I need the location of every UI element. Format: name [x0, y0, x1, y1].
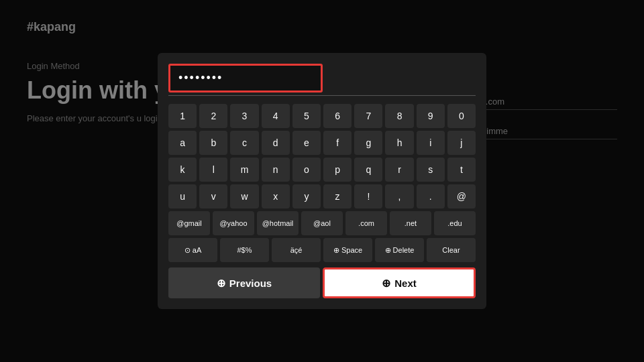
keyboard-dialog: 1 2 3 4 5 6 7 8 9 0 a b c d e f g h i j …	[158, 53, 486, 309]
key-a[interactable]: a	[168, 131, 197, 155]
key-dotcom[interactable]: .com	[345, 211, 387, 235]
key-g[interactable]: g	[354, 131, 382, 155]
previous-label: Previous	[229, 278, 272, 289]
key-d[interactable]: d	[262, 131, 290, 155]
key-f[interactable]: f	[323, 131, 352, 155]
key-h[interactable]: h	[385, 131, 413, 155]
key-p[interactable]: p	[323, 158, 352, 182]
previous-button[interactable]: ⊕ Previous	[168, 267, 320, 298]
alpha-row-1: a b c d e f g h i j	[168, 131, 476, 155]
email-row: @gmail @yahoo @hotmail @aol .com .net .e…	[168, 211, 476, 235]
key-v[interactable]: v	[199, 184, 227, 208]
key-b[interactable]: b	[199, 131, 227, 155]
key-at[interactable]: @	[447, 184, 476, 208]
key-m[interactable]: m	[230, 158, 258, 182]
key-1[interactable]: 1	[168, 104, 197, 128]
key-4[interactable]: 4	[262, 104, 290, 128]
key-symbols[interactable]: #$%	[220, 238, 269, 262]
key-i[interactable]: i	[417, 131, 445, 155]
key-6[interactable]: 6	[323, 104, 352, 128]
key-x[interactable]: x	[262, 184, 290, 208]
key-dotnet[interactable]: .net	[390, 211, 431, 235]
input-underline	[168, 95, 476, 96]
key-yahoo[interactable]: @yahoo	[213, 211, 254, 235]
key-7[interactable]: 7	[354, 104, 382, 128]
key-clear[interactable]: Clear	[427, 238, 476, 262]
keyboard-text-input[interactable]	[168, 64, 323, 93]
key-hotmail[interactable]: @hotmail	[257, 211, 299, 235]
key-aol[interactable]: @aol	[301, 211, 343, 235]
key-delete[interactable]: ⊕ Delete	[375, 238, 424, 262]
key-2[interactable]: 2	[199, 104, 227, 128]
key-3[interactable]: 3	[230, 104, 258, 128]
key-q[interactable]: q	[354, 158, 382, 182]
key-0[interactable]: 0	[447, 104, 476, 128]
nav-row: ⊕ Previous ⊕ Next	[168, 267, 476, 298]
key-z[interactable]: z	[323, 184, 352, 208]
key-c[interactable]: c	[230, 131, 258, 155]
key-l[interactable]: l	[199, 158, 227, 182]
alpha-row-2: k l m n o p q r s t	[168, 158, 476, 182]
keyboard-input-row	[168, 64, 476, 96]
key-w[interactable]: w	[230, 184, 258, 208]
key-dotedu[interactable]: .edu	[434, 211, 476, 235]
key-comma[interactable]: ,	[385, 184, 413, 208]
key-s[interactable]: s	[417, 158, 445, 182]
key-caps[interactable]: ⊙ aA	[168, 238, 217, 262]
key-t[interactable]: t	[447, 158, 476, 182]
next-label: Next	[394, 278, 417, 289]
special-row: ⊙ aA #$% äçé ⊕ Space ⊕ Delete Clear	[168, 238, 476, 262]
key-period[interactable]: .	[417, 184, 445, 208]
key-gmail[interactable]: @gmail	[168, 211, 210, 235]
key-u[interactable]: u	[168, 184, 197, 208]
key-9[interactable]: 9	[417, 104, 445, 128]
key-k[interactable]: k	[168, 158, 197, 182]
next-button[interactable]: ⊕ Next	[323, 267, 476, 298]
next-icon: ⊕	[382, 277, 390, 290]
key-r[interactable]: r	[385, 158, 413, 182]
key-accents[interactable]: äçé	[272, 238, 321, 262]
key-n[interactable]: n	[262, 158, 290, 182]
key-o[interactable]: o	[292, 158, 321, 182]
key-e[interactable]: e	[292, 131, 321, 155]
key-5[interactable]: 5	[292, 104, 321, 128]
number-row: 1 2 3 4 5 6 7 8 9 0	[168, 104, 476, 128]
key-space[interactable]: ⊕ Space	[323, 238, 372, 262]
key-j[interactable]: j	[447, 131, 476, 155]
key-8[interactable]: 8	[385, 104, 413, 128]
key-y[interactable]: y	[292, 184, 321, 208]
key-exclaim[interactable]: !	[354, 184, 382, 208]
prev-icon: ⊕	[217, 277, 225, 290]
alpha-row-3: u v w x y z ! , . @	[168, 184, 476, 208]
